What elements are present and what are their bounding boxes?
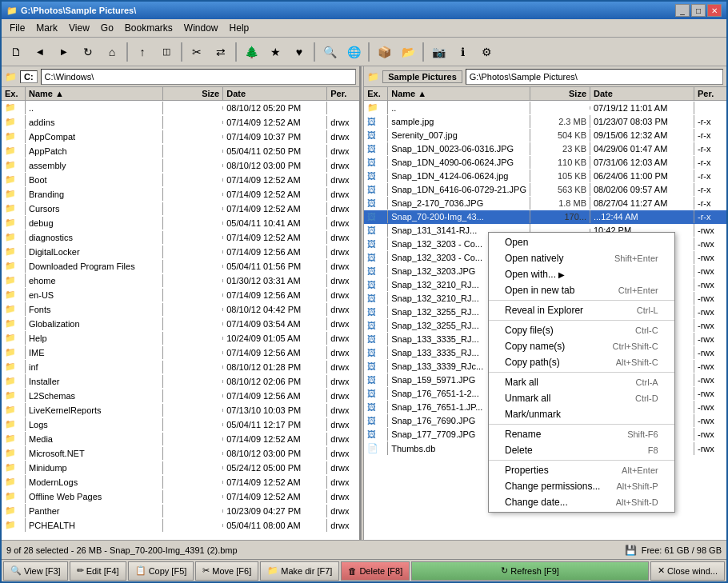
move-button[interactable]: ✂ [186,41,208,63]
menu-view[interactable]: View [64,21,94,35]
info-button[interactable]: ℹ [451,41,474,63]
table-row[interactable]: 🖼 Snap_1DN_0023-06-0316.JPG 23 KB 04/29/… [364,142,726,156]
table-row[interactable]: 📁 PCHEALTH 05/04/11 08:00 AM drwx [2,518,359,533]
move-f6-button[interactable]: ✂ Move [F6] [195,561,258,581]
table-row[interactable]: 📁 .. 07/19/12 11:01 AM [364,101,726,115]
minimize-button[interactable]: _ [675,4,690,17]
favorites-button[interactable]: ♥ [288,41,310,63]
context-menu-item[interactable]: Reveal in Explorer Ctrl-L [489,302,674,318]
context-menu-item[interactable]: Change permissions... Alt+Shift-P [489,478,674,494]
makedir-button[interactable]: 📁 Make dir [F7] [260,561,339,581]
menu-mark[interactable]: Mark [31,21,62,35]
sync-button[interactable]: ⇄ [210,41,232,63]
context-menu-item[interactable]: Open [489,234,674,250]
menu-help[interactable]: Help [225,21,254,35]
right-tab-label[interactable]: Sample Pictures [382,70,462,83]
table-row[interactable]: 📁 .. 08/10/12 05:20 PM [2,101,359,115]
context-menu-item[interactable]: Open natively Shift+Enter [489,250,674,266]
table-row[interactable]: 📁 Offline Web Pages 07/14/09 12:52 AM dr… [2,489,359,504]
forward-button[interactable]: ▶ [53,41,75,63]
back-button[interactable]: ◀ [29,41,51,63]
table-row[interactable]: 📁 Downloaded Program Files 05/04/11 01:5… [2,259,359,274]
context-menu-item[interactable]: Delete F8 [489,442,674,458]
menu-go[interactable]: Go [96,21,118,35]
table-row[interactable]: 📁 Panther 10/23/09 04:27 PM drwx [2,504,359,518]
context-menu-item[interactable]: Copy path(s) Alt+Shift-C [489,354,674,370]
table-row[interactable]: 🖼 Snap_1DN_4124-06-0624.jpg 105 KB 06/24… [364,170,726,183]
context-menu-item[interactable]: Mark all Ctrl-A [489,374,674,390]
right-col-size[interactable]: Size [530,87,590,100]
table-row[interactable]: 📁 L2Schemas 07/14/09 12:56 AM drwx [2,389,359,403]
table-row[interactable]: 📁 ModernLogs 07/14/09 12:52 AM drwx [2,475,359,489]
close-button[interactable]: ✕ [707,4,722,17]
table-row[interactable]: 🖼 Snap_1DN_4090-06-0624.JPG 110 KB 07/31… [364,156,726,170]
table-row[interactable]: 📁 inf 08/10/12 01:28 PM drwx [2,360,359,374]
context-menu-item[interactable]: Properties Alt+Enter [489,462,674,478]
table-row[interactable]: 📁 IME 07/14/09 12:56 AM drwx [2,345,359,360]
left-col-size[interactable]: Size [163,87,223,100]
left-address-input[interactable]: C:\Windows\ [41,69,357,85]
table-row[interactable]: 📁 diagnostics 07/14/09 12:52 AM drwx [2,230,359,245]
settings-button[interactable]: ⚙ [475,41,498,63]
right-col-date[interactable]: Date [590,87,694,100]
table-row[interactable]: 📁 Help 10/24/09 01:05 AM drwx [2,331,359,345]
table-row[interactable]: 📁 AppCompat 07/14/09 10:37 PM drwx [2,130,359,144]
table-row[interactable]: 📁 Fonts 08/10/12 04:42 PM drwx [2,302,359,317]
table-row[interactable]: 📁 DigitalLocker 07/14/09 12:56 AM drwx [2,245,359,259]
menu-window[interactable]: Window [179,21,223,35]
view-button[interactable]: 🔍 View [F3] [3,561,68,581]
table-row[interactable]: 📁 Branding 07/14/09 12:52 AM drwx [2,187,359,202]
context-menu-item[interactable]: Rename Shift-F6 [489,426,674,442]
context-menu[interactable]: Open Open natively Shift+Enter Open with… [488,232,675,513]
tree-button[interactable]: 🌲 [240,41,262,63]
context-menu-item[interactable]: Open with... ▶ [489,266,674,282]
table-row[interactable]: 📁 Media 07/14/09 12:52 AM drwx [2,432,359,446]
left-file-list[interactable]: 📁 .. 08/10/12 05:20 PM 📁 addins 07/14/09… [2,101,359,540]
table-row[interactable]: 📁 ehome 01/30/12 03:31 AM drwx [2,274,359,288]
right-col-name[interactable]: Name ▲ [388,87,530,100]
table-row[interactable]: 📁 AppPatch 05/04/11 02:50 PM drwx [2,144,359,158]
table-row[interactable]: 📁 Minidump 05/24/12 05:00 PM drwx [2,461,359,475]
left-col-name[interactable]: Name ▲ [26,87,163,100]
photo-button[interactable]: 📷 [427,41,450,63]
table-row[interactable]: 📁 Microsoft.NET 08/10/12 03:00 PM drwx [2,446,359,461]
table-row[interactable]: 📁 Logs 05/04/11 12:17 PM drwx [2,417,359,432]
refresh-toolbar-button[interactable]: ↻ [77,41,99,63]
table-row[interactable]: 📁 LiveKernelReports 07/13/10 10:03 PM dr… [2,403,359,417]
table-row[interactable]: 📁 assembly 08/10/12 03:00 PM drwx [2,158,359,173]
table-row[interactable]: 📁 en-US 07/14/09 12:56 AM drwx [2,288,359,302]
unpack-button[interactable]: 📂 [397,41,419,63]
home-button[interactable]: ⌂ [101,41,123,63]
table-row[interactable]: 🖼 sample.jpg 2.3 MB 01/23/07 08:03 PM -r… [364,115,726,129]
menu-file[interactable]: File [5,21,30,35]
table-row[interactable]: 🖼 Serenity_007.jpg 504 KB 09/15/06 12:32… [364,129,726,142]
context-menu-item[interactable]: Change date... Alt+Shift-D [489,494,674,510]
context-menu-item[interactable]: Copy name(s) Ctrl+Shift-C [489,338,674,354]
table-row[interactable]: 🖼 Snap_2-170_7036.JPG 1.8 MB 08/27/04 11… [364,197,726,210]
table-row[interactable]: 🖼 Snap_70-200-Img_43... 170... ...12:44 … [364,210,726,224]
left-col-date[interactable]: Date [223,87,327,100]
context-menu-item[interactable]: Copy file(s) Ctrl-C [489,322,674,338]
closewind-button[interactable]: ✕ Close wind... [650,561,725,581]
bookmark-button[interactable]: ★ [264,41,286,63]
context-menu-item[interactable]: Unmark all Ctrl-D [489,390,674,406]
delete-button[interactable]: 🗑 Delete [F8] [341,561,410,581]
up-button[interactable]: ↑ [131,41,154,63]
table-row[interactable]: 📁 Cursors 07/14/09 12:52 AM drwx [2,202,359,216]
copy-button[interactable]: 📋 Copy [F5] [128,561,194,581]
new-tab-button[interactable]: 🗋 [5,41,27,63]
maximize-button[interactable]: □ [691,4,706,17]
table-row[interactable]: 📁 addins 07/14/09 12:52 AM drwx [2,115,359,130]
table-row[interactable]: 📁 Boot 07/14/09 12:52 AM drwx [2,173,359,187]
net-button[interactable]: 🌐 [342,41,365,63]
refresh-button[interactable]: ↻ Refresh [F9] [411,561,649,581]
find-button[interactable]: 🔍 [318,41,341,63]
copy-panel-button[interactable]: ◫ [155,41,178,63]
pack-button[interactable]: 📦 [373,41,395,63]
context-menu-item[interactable]: Mark/unmark [489,406,674,422]
right-address-input[interactable]: G:\Photos\Sample Pictures\ [466,69,723,85]
menu-bookmarks[interactable]: Bookmarks [120,21,178,35]
table-row[interactable]: 📁 debug 05/04/11 10:41 AM drwx [2,216,359,230]
table-row[interactable]: 🖼 Snap_1DN_6416-06-0729-21.JPG 563 KB 08… [364,183,726,197]
context-menu-item[interactable]: Open in new tab Ctrl+Enter [489,282,674,298]
